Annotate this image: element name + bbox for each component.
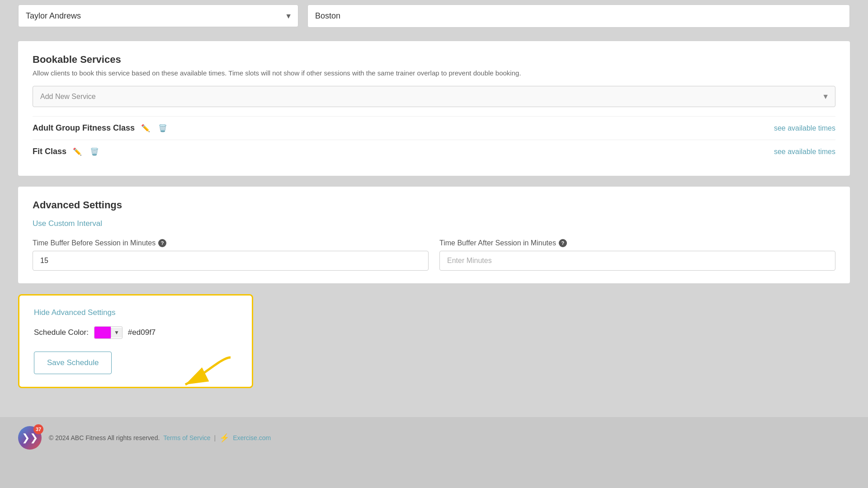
service-item-adult-group: Adult Group Fitness Class ✏️ 🗑️ see avai… bbox=[33, 116, 835, 140]
location-input[interactable] bbox=[307, 5, 850, 28]
color-swatch[interactable] bbox=[94, 327, 111, 338]
buffer-before-field: Time Buffer Before Session in Minutes ? bbox=[33, 239, 429, 271]
see-times-adult-group-link[interactable]: see available times bbox=[774, 124, 835, 132]
buffer-after-help-icon: ? bbox=[559, 239, 567, 247]
bookable-services-section: Bookable Services Allow clients to book … bbox=[18, 41, 850, 176]
service-name-adult-group: Adult Group Fitness Class ✏️ 🗑️ bbox=[33, 123, 169, 133]
annotation-box: Hide Advanced Settings Schedule Color: ▼… bbox=[18, 294, 253, 388]
footer-separator: | bbox=[214, 434, 216, 441]
delete-fit-class-button[interactable]: 🗑️ bbox=[88, 146, 101, 157]
footer-terms-link[interactable]: Terms of Service bbox=[163, 434, 210, 441]
buffer-after-input[interactable] bbox=[439, 251, 835, 271]
footer-exercise-link[interactable]: Exercise.com bbox=[233, 434, 271, 441]
exercise-logo-icon: ⚡ bbox=[219, 433, 229, 443]
edit-adult-group-button[interactable]: ✏️ bbox=[139, 123, 152, 133]
schedule-color-label: Schedule Color: bbox=[34, 328, 89, 337]
footer: ❯❯ 37 © 2024 ABC Fitness All rights rese… bbox=[0, 417, 868, 459]
hide-advanced-settings-link[interactable]: Hide Advanced Settings bbox=[34, 308, 116, 317]
advanced-settings-section: Advanced Settings Use Custom Interval Ti… bbox=[18, 187, 850, 283]
save-schedule-button[interactable]: Save Schedule bbox=[34, 352, 112, 374]
buffer-before-input[interactable] bbox=[33, 251, 429, 271]
color-row: Schedule Color: ▼ #ed09f7 bbox=[34, 326, 237, 339]
see-times-fit-class-link[interactable]: see available times bbox=[774, 148, 835, 156]
notification-badge: 37 bbox=[33, 424, 43, 434]
bookable-services-title: Bookable Services bbox=[33, 54, 835, 66]
trainer-select-wrapper: Taylor Andrews ▼ bbox=[18, 5, 298, 28]
color-hex-value: #ed09f7 bbox=[128, 328, 156, 337]
buffer-after-field: Time Buffer After Session in Minutes ? bbox=[439, 239, 835, 271]
buffer-after-label: Time Buffer After Session in Minutes ? bbox=[439, 239, 835, 247]
page-wrapper: Taylor Andrews ▼ Bookable Services Allow… bbox=[0, 0, 868, 488]
service-name-fit-class: Fit Class ✏️ 🗑️ bbox=[33, 146, 101, 157]
buffer-row: Time Buffer Before Session in Minutes ? … bbox=[33, 239, 835, 271]
footer-logo: ❯❯ 37 bbox=[18, 426, 42, 450]
footer-links: © 2024 ABC Fitness All rights reserved. … bbox=[49, 433, 271, 443]
annotation-area: Hide Advanced Settings Schedule Color: ▼… bbox=[18, 294, 253, 399]
trainer-select[interactable]: Taylor Andrews bbox=[18, 5, 298, 27]
color-picker-wrapper: ▼ bbox=[94, 326, 123, 339]
main-content: Taylor Andrews ▼ Bookable Services Allow… bbox=[0, 0, 868, 417]
edit-fit-class-button[interactable]: ✏️ bbox=[71, 146, 84, 157]
buffer-before-label: Time Buffer Before Session in Minutes ? bbox=[33, 239, 429, 247]
add-service-select[interactable]: Add New Service bbox=[33, 86, 835, 107]
bookable-services-desc: Allow clients to book this service based… bbox=[33, 69, 835, 77]
advanced-settings-title: Advanced Settings bbox=[33, 199, 835, 211]
footer-logo-icon: ❯❯ bbox=[22, 432, 38, 444]
add-service-wrapper: Add New Service ▼ bbox=[33, 86, 835, 107]
buffer-before-help-icon: ? bbox=[158, 239, 166, 247]
location-input-wrapper bbox=[307, 5, 850, 28]
color-dropdown-arrow-icon[interactable]: ▼ bbox=[111, 328, 122, 338]
use-custom-interval-link[interactable]: Use Custom Interval bbox=[33, 219, 102, 228]
footer-copyright: © 2024 ABC Fitness All rights reserved. bbox=[49, 434, 160, 441]
service-item-fit-class: Fit Class ✏️ 🗑️ see available times bbox=[33, 140, 835, 163]
trainer-location-row: Taylor Andrews ▼ bbox=[18, 0, 850, 28]
delete-adult-group-button[interactable]: 🗑️ bbox=[156, 123, 169, 133]
